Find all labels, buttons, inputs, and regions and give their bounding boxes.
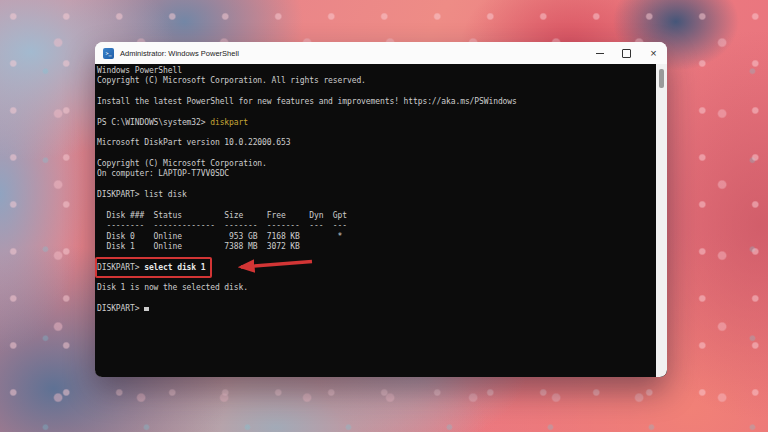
console-line <box>97 107 655 117</box>
console-line <box>97 180 655 190</box>
console-line: Windows PowerShell <box>97 66 655 76</box>
console-line: -------- ------------- ------- ------- -… <box>97 221 655 231</box>
window-controls: × <box>586 42 667 64</box>
window-title: Administrator: Windows PowerShell <box>120 49 586 58</box>
console-line: DISKPART> <box>97 304 655 314</box>
maximize-icon <box>622 49 631 58</box>
console-line: On computer: LAPTOP-T7VV0SDC <box>97 169 655 179</box>
console-line <box>97 87 655 97</box>
powershell-icon: >_ <box>103 48 114 59</box>
console-line: Copyright (C) Microsoft Corporation. All… <box>97 76 655 86</box>
highlight-box <box>95 257 212 278</box>
close-icon: × <box>650 48 656 59</box>
console-line: Install the latest PowerShell for new fe… <box>97 97 655 107</box>
title-bar[interactable]: >_ Administrator: Windows PowerShell × <box>95 42 667 64</box>
scrollbar[interactable] <box>656 64 667 377</box>
minimize-icon <box>596 53 604 54</box>
console-line <box>97 128 655 138</box>
minimize-button[interactable] <box>586 42 613 64</box>
console-line: Disk ### Status Size Free Dyn Gpt <box>97 211 655 221</box>
close-button[interactable]: × <box>640 42 667 64</box>
console-line: Copyright (C) Microsoft Corporation. <box>97 159 655 169</box>
console-line <box>97 294 655 304</box>
console-line: Microsoft DiskPart version 10.0.22000.65… <box>97 138 655 148</box>
console-line <box>97 200 655 210</box>
console-line: PS C:\WINDOWS\system32> diskpart <box>97 118 655 128</box>
console-line: Disk 1 Online 7388 MB 3072 KB <box>97 242 655 252</box>
maximize-button[interactable] <box>613 42 640 64</box>
powershell-window: >_ Administrator: Windows PowerShell × W… <box>95 42 667 377</box>
console-line <box>97 149 655 159</box>
console-line: DISKPART> list disk <box>97 190 655 200</box>
console-line: Disk 0 Online 953 GB 7168 KB * <box>97 232 655 242</box>
console-line: Disk 1 is now the selected disk. <box>97 283 655 293</box>
scrollbar-thumb[interactable] <box>659 69 664 88</box>
console-area[interactable]: Windows PowerShellCopyright (C) Microsof… <box>95 64 667 377</box>
